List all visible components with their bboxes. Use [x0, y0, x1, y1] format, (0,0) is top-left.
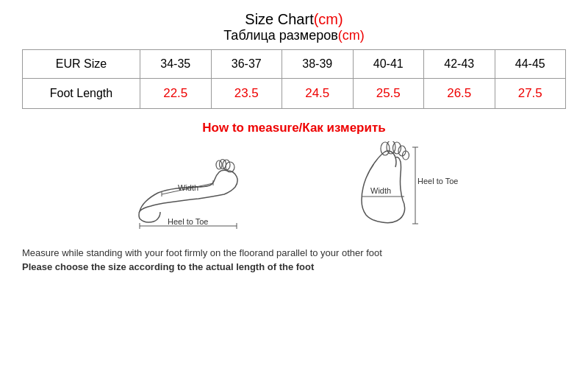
value-3: 24.5 — [282, 79, 354, 109]
svg-text:Heel to Toe: Heel to Toe — [168, 217, 208, 226]
value-2: 23.5 — [211, 79, 282, 109]
foot-length-label: Foot Length — [23, 79, 140, 109]
value-1: 22.5 — [140, 79, 212, 109]
side-foot-diagram: Width Heel to Toe — [118, 141, 272, 237]
instruction-1: Measure while standing with your foot fi… — [22, 247, 566, 258]
table-header-row: EUR Size 34-35 36-37 38-39 40-41 42-43 4… — [23, 50, 566, 79]
diagrams-section: Width Heel to Toe W — [15, 141, 573, 237]
value-6: 27.5 — [495, 79, 566, 109]
title-en-unit: (cm) — [314, 11, 343, 27]
instructions-section: Measure while standing with your foot fi… — [22, 247, 566, 275]
svg-text:Heel to Toe: Heel to Toe — [417, 177, 458, 185]
top-foot-diagram: Width Heel to Toe — [331, 141, 470, 237]
instruction-2: Please choose the size according to the … — [22, 261, 566, 272]
title-en: Size Chart(cm) — [223, 11, 365, 28]
top-foot-svg: Width Heel to Toe — [331, 141, 470, 237]
title-ru: Таблица размеров(cm) — [223, 28, 365, 43]
value-4: 25.5 — [353, 79, 424, 109]
svg-point-14 — [393, 142, 401, 154]
svg-text:Width: Width — [178, 183, 198, 192]
size-table: EUR Size 34-35 36-37 38-39 40-41 42-43 4… — [22, 49, 566, 109]
size-col-3: 38-39 — [282, 50, 354, 79]
size-col-2: 36-37 — [211, 50, 282, 79]
svg-text:Width: Width — [370, 186, 391, 195]
title-ru-unit: (cm) — [338, 28, 365, 43]
size-col-4: 40-41 — [353, 50, 424, 79]
value-5: 26.5 — [424, 79, 495, 109]
svg-point-12 — [381, 142, 390, 155]
title-en-text: Size Chart — [245, 11, 313, 27]
size-col-1: 34-35 — [140, 50, 212, 79]
measure-title: How to measure/Как измерить — [202, 121, 385, 135]
main-container: Size Chart(cm) Таблица размеров(cm) EUR … — [0, 0, 588, 368]
title-section: Size Chart(cm) Таблица размеров(cm) — [223, 11, 365, 43]
title-ru-text: Таблица размеров — [223, 28, 338, 43]
table-values-row: Foot Length 22.5 23.5 24.5 25.5 26.5 27.… — [23, 79, 566, 109]
size-col-5: 42-43 — [424, 50, 495, 79]
size-col-6: 44-45 — [495, 50, 566, 79]
side-foot-svg: Width Heel to Toe — [118, 141, 272, 230]
eur-size-label: EUR Size — [23, 50, 140, 79]
